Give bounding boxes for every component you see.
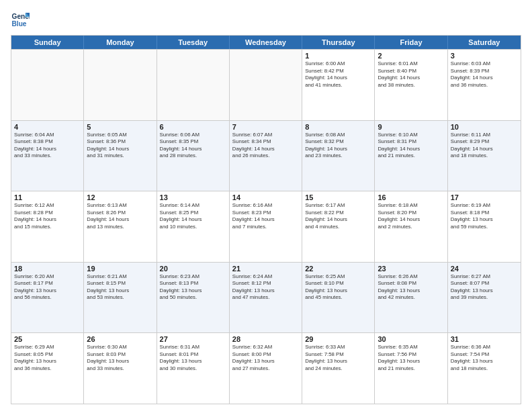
- day-number: 28: [232, 335, 299, 343]
- header-day-wednesday: Wednesday: [230, 36, 302, 49]
- day-number: 29: [305, 335, 371, 343]
- day-info: Sunrise: 6:00 AM Sunset: 8:42 PM Dayligh…: [305, 60, 371, 89]
- day-info: Sunrise: 6:11 AM Sunset: 8:29 PM Dayligh…: [451, 132, 518, 160]
- day-info: Sunrise: 6:01 AM Sunset: 8:40 PM Dayligh…: [378, 60, 444, 89]
- day-info: Sunrise: 6:35 AM Sunset: 7:56 PM Dayligh…: [378, 344, 444, 372]
- calendar-cell: 14Sunrise: 6:16 AM Sunset: 8:23 PM Dayli…: [230, 191, 302, 262]
- calendar-cell: 11Sunrise: 6:12 AM Sunset: 8:28 PM Dayli…: [11, 191, 84, 262]
- day-number: 15: [305, 193, 371, 201]
- day-info: Sunrise: 6:12 AM Sunset: 8:28 PM Dayligh…: [14, 202, 81, 230]
- day-number: 27: [160, 335, 226, 343]
- calendar-cell: 24Sunrise: 6:27 AM Sunset: 8:07 PM Dayli…: [448, 263, 521, 333]
- calendar-cell: 29Sunrise: 6:33 AM Sunset: 7:58 PM Dayli…: [302, 333, 375, 404]
- calendar-cell: 12Sunrise: 6:13 AM Sunset: 8:26 PM Dayli…: [84, 191, 157, 262]
- day-info: Sunrise: 6:13 AM Sunset: 8:26 PM Dayligh…: [87, 202, 153, 230]
- day-number: 4: [14, 123, 81, 131]
- calendar-cell: [84, 50, 157, 120]
- day-info: Sunrise: 6:10 AM Sunset: 8:31 PM Dayligh…: [378, 132, 444, 160]
- calendar-row-4: 18Sunrise: 6:20 AM Sunset: 8:17 PM Dayli…: [11, 262, 521, 333]
- day-info: Sunrise: 6:08 AM Sunset: 8:32 PM Dayligh…: [305, 132, 371, 160]
- calendar-cell: 16Sunrise: 6:18 AM Sunset: 8:20 PM Dayli…: [375, 191, 447, 262]
- day-number: 13: [160, 193, 226, 201]
- day-number: 10: [451, 123, 518, 131]
- day-info: Sunrise: 6:19 AM Sunset: 8:18 PM Dayligh…: [451, 202, 518, 230]
- calendar-cell: 9Sunrise: 6:10 AM Sunset: 8:31 PM Daylig…: [375, 121, 447, 191]
- calendar-cell: 3Sunrise: 6:03 AM Sunset: 8:39 PM Daylig…: [448, 50, 521, 120]
- calendar-cell: 19Sunrise: 6:21 AM Sunset: 8:15 PM Dayli…: [84, 263, 157, 333]
- day-number: 22: [305, 265, 371, 273]
- calendar-cell: 18Sunrise: 6:20 AM Sunset: 8:17 PM Dayli…: [11, 263, 84, 333]
- header-day-monday: Monday: [84, 36, 157, 49]
- day-number: 2: [378, 52, 444, 60]
- day-info: Sunrise: 6:06 AM Sunset: 8:35 PM Dayligh…: [160, 132, 226, 160]
- header-day-tuesday: Tuesday: [157, 36, 230, 49]
- day-info: Sunrise: 6:20 AM Sunset: 8:17 PM Dayligh…: [14, 273, 81, 302]
- day-number: 17: [451, 193, 518, 201]
- day-info: Sunrise: 6:05 AM Sunset: 8:36 PM Dayligh…: [87, 132, 153, 160]
- day-number: 6: [160, 123, 226, 131]
- calendar-cell: 26Sunrise: 6:30 AM Sunset: 8:03 PM Dayli…: [84, 333, 157, 404]
- day-info: Sunrise: 6:27 AM Sunset: 8:07 PM Dayligh…: [451, 273, 518, 302]
- calendar-row-2: 4Sunrise: 6:04 AM Sunset: 8:38 PM Daylig…: [11, 120, 521, 191]
- calendar-cell: 20Sunrise: 6:23 AM Sunset: 8:13 PM Dayli…: [157, 263, 230, 333]
- calendar-cell: 5Sunrise: 6:05 AM Sunset: 8:36 PM Daylig…: [84, 121, 157, 191]
- day-number: 1: [305, 52, 371, 60]
- day-number: 16: [378, 193, 444, 201]
- calendar-cell: 4Sunrise: 6:04 AM Sunset: 8:38 PM Daylig…: [11, 121, 84, 191]
- day-info: Sunrise: 6:32 AM Sunset: 8:00 PM Dayligh…: [232, 344, 299, 372]
- calendar-cell: 22Sunrise: 6:25 AM Sunset: 8:10 PM Dayli…: [302, 263, 375, 333]
- logo: General Blue: [11, 11, 30, 30]
- day-info: Sunrise: 6:16 AM Sunset: 8:23 PM Dayligh…: [232, 202, 299, 230]
- day-number: 19: [87, 265, 153, 273]
- calendar-cell: 25Sunrise: 6:29 AM Sunset: 8:05 PM Dayli…: [11, 333, 84, 404]
- calendar-row-5: 25Sunrise: 6:29 AM Sunset: 8:05 PM Dayli…: [11, 332, 521, 404]
- day-info: Sunrise: 6:33 AM Sunset: 7:58 PM Dayligh…: [305, 344, 371, 372]
- day-info: Sunrise: 6:36 AM Sunset: 7:54 PM Dayligh…: [451, 344, 518, 372]
- calendar-cell: 17Sunrise: 6:19 AM Sunset: 8:18 PM Dayli…: [448, 191, 521, 262]
- day-number: 11: [14, 193, 81, 201]
- calendar-cell: 6Sunrise: 6:06 AM Sunset: 8:35 PM Daylig…: [157, 121, 230, 191]
- calendar-cell: 23Sunrise: 6:26 AM Sunset: 8:08 PM Dayli…: [375, 263, 447, 333]
- day-info: Sunrise: 6:18 AM Sunset: 8:20 PM Dayligh…: [378, 202, 444, 230]
- day-info: Sunrise: 6:14 AM Sunset: 8:25 PM Dayligh…: [160, 202, 226, 230]
- calendar-cell: 2Sunrise: 6:01 AM Sunset: 8:40 PM Daylig…: [375, 50, 447, 120]
- header-day-friday: Friday: [375, 36, 447, 49]
- calendar-cell: 10Sunrise: 6:11 AM Sunset: 8:29 PM Dayli…: [448, 121, 521, 191]
- calendar-cell: 15Sunrise: 6:17 AM Sunset: 8:22 PM Dayli…: [302, 191, 375, 262]
- calendar-cell: [157, 50, 230, 120]
- day-number: 26: [87, 335, 153, 343]
- calendar-cell: 7Sunrise: 6:07 AM Sunset: 8:34 PM Daylig…: [230, 121, 302, 191]
- calendar-cell: 8Sunrise: 6:08 AM Sunset: 8:32 PM Daylig…: [302, 121, 375, 191]
- header-day-saturday: Saturday: [448, 36, 521, 49]
- calendar-cell: 1Sunrise: 6:00 AM Sunset: 8:42 PM Daylig…: [302, 50, 375, 120]
- day-number: 24: [451, 265, 518, 273]
- page-header: General Blue: [11, 11, 521, 30]
- day-number: 20: [160, 265, 226, 273]
- day-info: Sunrise: 6:29 AM Sunset: 8:05 PM Dayligh…: [14, 344, 81, 372]
- day-number: 9: [378, 123, 444, 131]
- calendar-cell: 31Sunrise: 6:36 AM Sunset: 7:54 PM Dayli…: [448, 333, 521, 404]
- day-info: Sunrise: 6:30 AM Sunset: 8:03 PM Dayligh…: [87, 344, 153, 372]
- calendar-cell: 28Sunrise: 6:32 AM Sunset: 8:00 PM Dayli…: [230, 333, 302, 404]
- day-number: 7: [232, 123, 299, 131]
- calendar-row-3: 11Sunrise: 6:12 AM Sunset: 8:28 PM Dayli…: [11, 191, 521, 262]
- day-info: Sunrise: 6:31 AM Sunset: 8:01 PM Dayligh…: [160, 344, 226, 372]
- calendar-cell: 21Sunrise: 6:24 AM Sunset: 8:12 PM Dayli…: [230, 263, 302, 333]
- svg-text:Blue: Blue: [12, 20, 27, 28]
- calendar-cell: 30Sunrise: 6:35 AM Sunset: 7:56 PM Dayli…: [375, 333, 447, 404]
- day-number: 31: [451, 335, 518, 343]
- day-info: Sunrise: 6:17 AM Sunset: 8:22 PM Dayligh…: [305, 202, 371, 230]
- day-number: 21: [232, 265, 299, 273]
- day-number: 5: [87, 123, 153, 131]
- day-info: Sunrise: 6:23 AM Sunset: 8:13 PM Dayligh…: [160, 273, 226, 302]
- calendar-body: 1Sunrise: 6:00 AM Sunset: 8:42 PM Daylig…: [11, 49, 521, 404]
- calendar-cell: [230, 50, 302, 120]
- day-info: Sunrise: 6:25 AM Sunset: 8:10 PM Dayligh…: [305, 273, 371, 302]
- day-number: 8: [305, 123, 371, 131]
- calendar-cell: [11, 50, 84, 120]
- day-number: 12: [87, 193, 153, 201]
- day-info: Sunrise: 6:26 AM Sunset: 8:08 PM Dayligh…: [378, 273, 444, 302]
- calendar-cell: 27Sunrise: 6:31 AM Sunset: 8:01 PM Dayli…: [157, 333, 230, 404]
- day-number: 14: [232, 193, 299, 201]
- day-number: 25: [14, 335, 81, 343]
